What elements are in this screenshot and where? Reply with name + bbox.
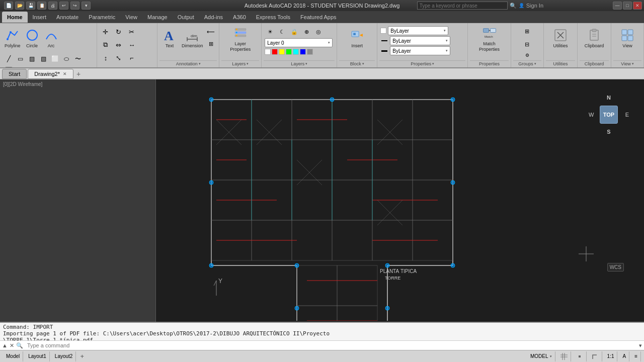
groups-group-label[interactable]: Groups ▾ bbox=[513, 60, 541, 66]
open-icon[interactable]: 📂 bbox=[15, 2, 24, 10]
settings-icon[interactable]: ▾ bbox=[82, 2, 91, 10]
tab-view[interactable]: View bbox=[120, 12, 142, 23]
new-tab-button[interactable]: + bbox=[74, 70, 83, 78]
color-swatch-green[interactable] bbox=[286, 49, 292, 55]
layer-properties-button[interactable]: Layer Properties bbox=[222, 25, 258, 53]
layout2-button[interactable]: Layout2 bbox=[52, 351, 76, 361]
close-drawing2-button[interactable]: ✕ bbox=[63, 71, 67, 76]
properties-group-arrow[interactable]: ▾ bbox=[432, 62, 434, 66]
navcube[interactable]: N S E W TOP bbox=[589, 95, 629, 135]
linetype-dropdown[interactable]: ByLayer ▾ bbox=[390, 36, 450, 45]
ellipse-button[interactable]: ⬭ bbox=[61, 53, 72, 64]
tab-home[interactable]: Home bbox=[2, 12, 28, 23]
move-button[interactable]: ✛ bbox=[100, 26, 111, 37]
properties-group-label[interactable]: Properties ▾ bbox=[379, 60, 465, 66]
save-icon[interactable]: 💾 bbox=[26, 2, 35, 10]
annotation-group-arrow[interactable]: ▾ bbox=[199, 62, 201, 66]
tab-start[interactable]: Start bbox=[2, 69, 27, 79]
cmd-input[interactable] bbox=[25, 342, 637, 349]
grid-button[interactable] bbox=[557, 351, 571, 361]
add-layout-button[interactable]: + bbox=[78, 352, 86, 360]
stretch-button[interactable]: ↕ bbox=[100, 52, 111, 63]
circle-button[interactable]: Circle bbox=[23, 25, 41, 51]
layer-lock-button[interactable]: 🔒 bbox=[289, 26, 300, 37]
lineweight-dropdown[interactable]: ByLayer ▾ bbox=[390, 46, 450, 55]
tab-output[interactable]: Output bbox=[173, 12, 199, 23]
tab-insert[interactable]: Insert bbox=[28, 12, 52, 23]
region-button[interactable]: ⬛ bbox=[3, 65, 14, 68]
cmd-search-icon[interactable]: 🔍 bbox=[16, 342, 23, 349]
ortho-button[interactable] bbox=[589, 351, 602, 361]
layer-state-button[interactable]: ⊕ bbox=[301, 26, 312, 37]
clipboard-button[interactable]: Clipboard bbox=[581, 25, 608, 51]
signin-button[interactable]: Sign In bbox=[526, 3, 543, 9]
insert-button[interactable]: Insert bbox=[342, 25, 372, 51]
search-input[interactable] bbox=[417, 2, 508, 10]
color-dropdown[interactable]: ByLayer ▾ bbox=[388, 26, 448, 35]
minimize-button[interactable]: — bbox=[613, 2, 622, 10]
rect-button[interactable]: ▭ bbox=[15, 53, 26, 64]
gradient-button[interactable]: ▧ bbox=[38, 53, 49, 64]
undo-icon[interactable]: ↩ bbox=[59, 2, 68, 10]
maximize-button[interactable]: □ bbox=[623, 2, 632, 10]
layers-group-arrow[interactable]: ▾ bbox=[247, 62, 249, 66]
cmd-scroll-icon[interactable]: ▾ bbox=[639, 342, 642, 349]
arc-button[interactable]: Arc bbox=[42, 25, 60, 51]
annotation-scale-button[interactable]: A bbox=[619, 351, 629, 361]
layer-off-button[interactable]: ☾ bbox=[277, 26, 288, 37]
snap-button[interactable] bbox=[573, 351, 587, 361]
layers-group-label[interactable]: Layers ▾ bbox=[221, 60, 259, 66]
tab-parametric[interactable]: Parametric bbox=[84, 12, 120, 23]
color-swatch-red[interactable] bbox=[272, 49, 278, 55]
new-icon[interactable]: 📄 bbox=[4, 2, 13, 10]
tab-addons[interactable]: Add-ins bbox=[199, 12, 228, 23]
layers-dd-arrow[interactable]: ▾ bbox=[305, 62, 307, 66]
ungroup-button[interactable]: ⊟ bbox=[515, 38, 540, 50]
layer-isolate-button[interactable]: ◎ bbox=[313, 26, 324, 37]
view-group-label[interactable]: View ▾ bbox=[613, 60, 641, 66]
navcube-top[interactable]: TOP bbox=[600, 106, 618, 124]
saveas-icon[interactable]: 📋 bbox=[37, 2, 46, 10]
cmd-expand-icon[interactable]: ▲ bbox=[2, 342, 8, 348]
tab-manage[interactable]: Manage bbox=[142, 12, 173, 23]
layer-freeze-button[interactable]: ☀ bbox=[265, 26, 276, 37]
utilities-button[interactable]: Utilities bbox=[546, 25, 574, 51]
layout1-button[interactable]: Layout1 bbox=[25, 351, 50, 361]
polyline-button[interactable]: Polyline bbox=[3, 25, 22, 51]
dimension-button[interactable]: dim Dimension bbox=[180, 25, 205, 51]
view-group-arrow[interactable]: ▾ bbox=[632, 62, 634, 66]
leader-button[interactable]: ⟵ bbox=[205, 26, 216, 37]
customization-button[interactable]: ≡ bbox=[631, 351, 641, 361]
fillet-button[interactable]: ⌐ bbox=[126, 52, 137, 63]
rotate-button[interactable]: ↻ bbox=[113, 26, 124, 37]
layer-dropdown[interactable]: Layer 0 ▾ bbox=[265, 38, 333, 47]
block-group-label[interactable]: Block ▾ bbox=[339, 60, 375, 66]
model-space-button[interactable]: Model bbox=[3, 351, 23, 361]
window-controls[interactable]: — □ ✕ bbox=[613, 2, 642, 10]
match-properties-button[interactable]: Match Match Properties bbox=[471, 25, 508, 53]
close-button[interactable]: ✕ bbox=[633, 2, 642, 10]
color-swatch-white[interactable] bbox=[265, 49, 271, 55]
text-button[interactable]: A Text bbox=[160, 25, 179, 51]
viewport[interactable]: N S E W TOP WCS bbox=[156, 79, 644, 322]
zoom-button[interactable]: 1:1 bbox=[604, 351, 618, 361]
cmd-close-icon[interactable]: ✕ bbox=[10, 342, 14, 349]
scale-button[interactable]: ⤡ bbox=[113, 52, 124, 63]
trim-button[interactable]: ✂ bbox=[126, 26, 137, 37]
color-swatch-gray[interactable] bbox=[307, 49, 313, 55]
copy-button[interactable]: ⧉ bbox=[100, 39, 111, 50]
boundary-button[interactable]: ⬜ bbox=[49, 53, 60, 64]
search-icon[interactable]: 🔍 bbox=[510, 3, 517, 9]
group-button[interactable]: ⊞ bbox=[515, 25, 540, 37]
view-button[interactable]: View bbox=[614, 25, 641, 51]
signout-icon[interactable]: 👤 bbox=[519, 3, 524, 8]
annotation-group-label[interactable]: Annotation ▾ bbox=[159, 60, 217, 66]
groups-group-arrow[interactable]: ▾ bbox=[534, 62, 536, 66]
groupprop-button[interactable]: ⚙ bbox=[515, 51, 540, 59]
tab-featuredapps[interactable]: Featured Apps bbox=[295, 12, 342, 23]
tab-a360[interactable]: A360 bbox=[228, 12, 251, 23]
print-icon[interactable]: 🖨 bbox=[48, 2, 57, 10]
spline-button[interactable]: 〜 bbox=[72, 53, 84, 64]
color-swatch-yellow[interactable] bbox=[279, 49, 285, 55]
redo-icon[interactable]: ↪ bbox=[70, 2, 79, 10]
